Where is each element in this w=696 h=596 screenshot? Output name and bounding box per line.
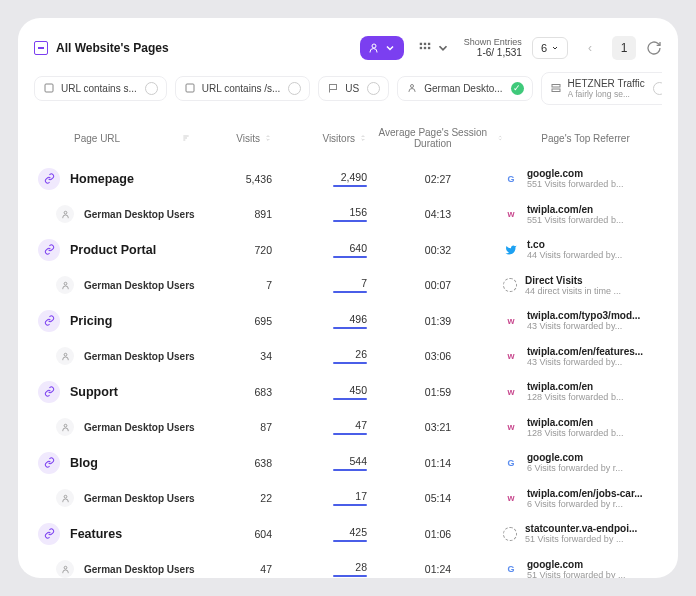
referrer-name: google.com xyxy=(527,168,623,179)
visits-value: 5,436 xyxy=(198,173,278,185)
visits-value: 683 xyxy=(198,386,278,398)
page-name: German Desktop Users xyxy=(84,422,195,433)
url-cell: German Desktop Users xyxy=(38,418,198,436)
referrer-cell: Ggoogle.com551 Visits forwarded b... xyxy=(503,168,668,189)
visitors-value: 7 xyxy=(361,277,367,289)
visitors-cell: 17 xyxy=(278,490,373,506)
visitors-cell: 28 xyxy=(278,561,373,577)
referrer-name: twipla.com/en/features... xyxy=(527,346,643,357)
svg-rect-6 xyxy=(428,47,430,49)
referrer-cell: wtwipla.com/en128 Visits forwarded b... xyxy=(503,417,668,438)
visits-value: 720 xyxy=(198,244,278,256)
col-visitors[interactable]: Visitors xyxy=(278,133,373,144)
chip-remove[interactable] xyxy=(653,82,662,95)
sort-icon xyxy=(264,134,272,142)
referrer-name: statcounter.va-endpoi... xyxy=(525,523,637,534)
segment-user-icon xyxy=(56,418,74,436)
duration-value: 01:14 xyxy=(373,457,503,469)
filter-icon xyxy=(184,82,196,94)
visitors-cell: 450 xyxy=(278,384,373,400)
table-row[interactable]: Product Portal72064000:32t.co44 Visits f… xyxy=(34,232,662,268)
page-size-select[interactable]: 6 xyxy=(532,37,568,59)
filter-chip[interactable]: German Deskto...✓ xyxy=(397,76,532,101)
referrer-cell: Ggoogle.com6 Visits forwarded by r... xyxy=(503,452,668,473)
visitors-bar xyxy=(333,433,367,435)
url-cell: German Desktop Users xyxy=(38,205,198,223)
svg-rect-12 xyxy=(552,85,560,88)
referrer-cell: Ggoogle.com51 Visits forwarded by ... xyxy=(503,559,668,579)
filter-chip[interactable]: US xyxy=(318,76,389,101)
url-cell: Support xyxy=(38,381,198,403)
table-row[interactable]: German Desktop Users342603:06wtwipla.com… xyxy=(34,339,662,374)
visits-value: 638 xyxy=(198,457,278,469)
direct-icon xyxy=(503,278,517,292)
pager-current: 1 xyxy=(612,36,636,60)
table-row[interactable]: Features60442501:06statcounter.va-endpoi… xyxy=(34,516,662,552)
segment-button[interactable] xyxy=(360,36,404,60)
visitors-bar xyxy=(333,362,367,364)
view-toggle[interactable] xyxy=(414,37,454,59)
table-row[interactable]: Support68345001:59wtwipla.com/en128 Visi… xyxy=(34,374,662,410)
referrer-detail: 6 Visits forwarded by r... xyxy=(527,499,643,509)
stat-icon xyxy=(503,527,517,541)
link-icon xyxy=(38,523,60,545)
visits-value: 22 xyxy=(198,492,278,504)
table-row[interactable]: German Desktop Users472801:24Ggoogle.com… xyxy=(34,552,662,579)
page-name: Product Portal xyxy=(70,243,156,257)
table-row[interactable]: German Desktop Users874703:21wtwipla.com… xyxy=(34,410,662,445)
svg-rect-8 xyxy=(186,84,194,92)
filter-chip[interactable]: URL contains s... xyxy=(34,76,167,101)
visitors-bar xyxy=(333,540,367,542)
referrer-detail: 44 direct visits in time ... xyxy=(525,286,621,296)
google-icon: G xyxy=(503,561,519,577)
page-name: German Desktop Users xyxy=(84,564,195,575)
topbar: All Website's Pages Shown Entries 1-6/ 1… xyxy=(34,36,662,60)
table-row[interactable]: Homepage5,4362,49002:27Ggoogle.com551 Vi… xyxy=(34,161,662,197)
filter-chip[interactable]: URL contains /s... xyxy=(175,76,311,101)
svg-rect-4 xyxy=(420,47,422,49)
col-duration[interactable]: Average Page's Session Duration xyxy=(373,127,503,150)
svg-rect-18 xyxy=(183,140,185,141)
table-row[interactable]: German Desktop Users221705:14wtwipla.com… xyxy=(34,481,662,516)
pager-prev[interactable]: ‹ xyxy=(578,36,602,60)
filter-chip[interactable]: HETZNER TrafficA fairly long se... xyxy=(541,72,662,105)
visitors-value: 450 xyxy=(349,384,367,396)
reload-icon[interactable] xyxy=(646,40,662,56)
page-name: German Desktop Users xyxy=(84,493,195,504)
referrer-detail: 6 Visits forwarded by r... xyxy=(527,463,623,473)
table-row[interactable]: German Desktop Users89115604:13wtwipla.c… xyxy=(34,197,662,232)
duration-value: 01:39 xyxy=(373,315,503,327)
referrer-name: google.com xyxy=(527,452,623,463)
chevron-down-icon xyxy=(551,44,559,52)
col-url[interactable]: Page URL xyxy=(38,133,198,144)
chip-remove[interactable] xyxy=(145,82,158,95)
col-visits[interactable]: Visits xyxy=(198,133,278,144)
segment-user-icon xyxy=(56,205,74,223)
entries-label: Shown Entries xyxy=(464,37,522,48)
duration-value: 01:06 xyxy=(373,528,503,540)
visitors-cell: 544 xyxy=(278,455,373,471)
visits-value: 695 xyxy=(198,315,278,327)
url-cell: Pricing xyxy=(38,310,198,332)
visitors-cell: 47 xyxy=(278,419,373,435)
filter-chips: URL contains s...URL contains /s...USGer… xyxy=(34,72,662,105)
chip-remove[interactable] xyxy=(288,82,301,95)
visitors-bar xyxy=(333,469,367,471)
referrer-detail: 51 Visits forwarded by ... xyxy=(525,534,637,544)
table-row[interactable]: Blog63854401:14Ggoogle.com6 Visits forwa… xyxy=(34,445,662,481)
referrer-cell: statcounter.va-endpoi...51 Visits forwar… xyxy=(503,523,668,544)
title-group: All Website's Pages xyxy=(34,41,350,55)
chip-remove[interactable] xyxy=(367,82,380,95)
shown-entries: Shown Entries 1-6/ 1,531 xyxy=(464,37,522,60)
google-icon: G xyxy=(503,455,519,471)
link-icon xyxy=(38,381,60,403)
visitors-bar xyxy=(333,398,367,400)
table-row[interactable]: German Desktop Users7700:07Direct Visits… xyxy=(34,268,662,303)
referrer-name: twipla.com/en xyxy=(527,204,623,215)
referrer-detail: 43 Visits forwarded by... xyxy=(527,321,640,331)
table-row[interactable]: Pricing69549601:39wtwipla.com/typo3/mod.… xyxy=(34,303,662,339)
visitors-bar xyxy=(333,504,367,506)
url-cell: German Desktop Users xyxy=(38,347,198,365)
link-icon xyxy=(38,168,60,190)
svg-rect-16 xyxy=(183,136,188,137)
